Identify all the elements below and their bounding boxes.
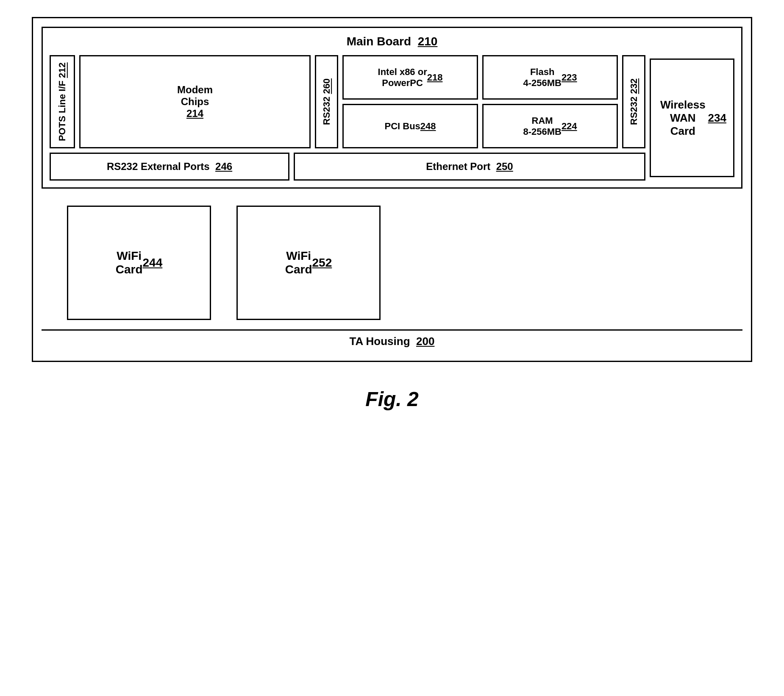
rs232-260-box: RS232 260	[315, 55, 338, 148]
ta-housing-label-text: TA Housing	[350, 335, 410, 348]
fig-caption: Fig. 2	[365, 387, 418, 411]
main-board-label: Main Board	[347, 35, 411, 48]
flash-box: Flash4-256MB223	[482, 55, 618, 100]
pots-line-text: POTS Line I/F 212	[57, 62, 68, 141]
middle-chips-section: Intel x86 orPowerPC218 Flash4-256MB223 P…	[342, 55, 618, 148]
fig-caption-text: Fig. 2	[365, 388, 418, 410]
modem-chips-ref: 214	[186, 108, 203, 119]
left-section: POTS Line I/F 212 ModemChips214	[50, 55, 645, 181]
rs232-260-text: RS232 260	[321, 78, 332, 125]
ram-box: RAM8-256MB224	[482, 104, 618, 148]
ta-housing-ref: 200	[416, 335, 434, 348]
right-section: WirelessWAN Card234	[650, 55, 734, 181]
pci-bus-box: PCI Bus248	[342, 104, 478, 148]
rs232-232-box: RS232 232	[622, 55, 645, 148]
ta-housing-label: TA Housing 200	[42, 329, 742, 352]
ethernet-port-box: Ethernet Port 250	[294, 153, 645, 181]
wifi-card-252-box: WiFiCard252	[236, 206, 381, 320]
main-board-inner: POTS Line I/F 212 ModemChips214	[50, 55, 734, 181]
wireless-wan-box: WirelessWAN Card234	[650, 58, 734, 177]
modem-chips-box: ModemChips214	[79, 55, 311, 148]
main-board-box: Main Board 210 POTS Line I/F 212	[42, 27, 742, 189]
page-container: Main Board 210 POTS Line I/F 212	[32, 17, 752, 411]
rs232-232-text: RS232 232	[628, 78, 639, 125]
intel-x86-box: Intel x86 orPowerPC218	[342, 55, 478, 100]
wifi-section: WiFiCard244 WiFiCard252	[42, 201, 742, 324]
rs232-ext-ports-box: RS232 External Ports 246	[50, 153, 289, 181]
wifi-card-244-box: WiFiCard244	[67, 206, 211, 320]
bottom-ports-row: RS232 External Ports 246 Ethernet Port 2…	[50, 153, 645, 181]
modem-chips-text: ModemChips214	[177, 84, 213, 120]
main-board-ref: 210	[418, 35, 438, 48]
main-board-title: Main Board 210	[50, 35, 734, 48]
ta-housing-box: Main Board 210 POTS Line I/F 212	[32, 17, 752, 362]
pots-line-box: POTS Line I/F 212	[50, 55, 75, 148]
top-row: POTS Line I/F 212 ModemChips214	[50, 55, 645, 148]
chip-grid: Intel x86 orPowerPC218 Flash4-256MB223 P…	[342, 55, 618, 148]
